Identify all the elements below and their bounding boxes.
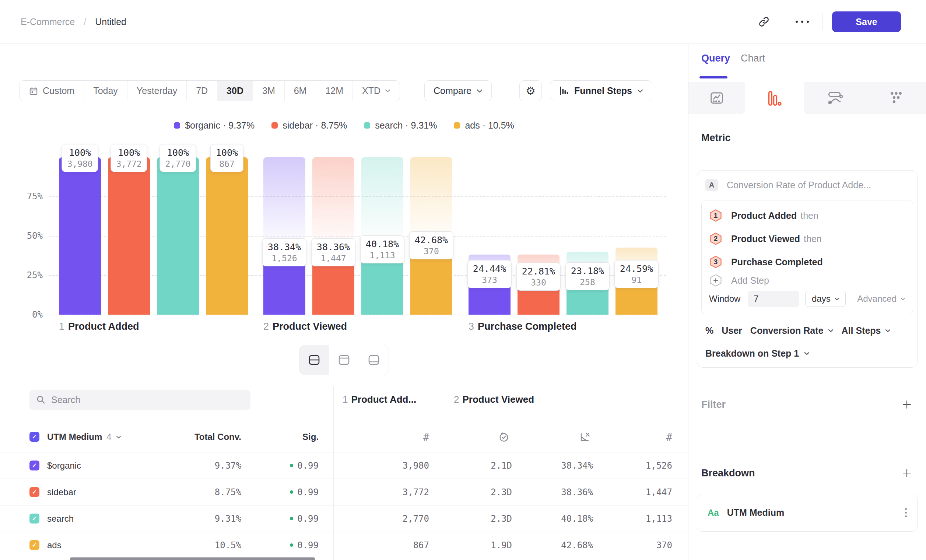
row-significance: 0.99 <box>258 453 319 478</box>
conv-rate-column-icon[interactable] <box>578 422 592 452</box>
bar-count-label: 1,113 <box>366 251 399 260</box>
sig-column-header[interactable]: Sig. <box>280 422 319 452</box>
more-menu-icon[interactable] <box>796 21 809 23</box>
chart-step-label-3: 3Purchase Completed <box>469 321 577 332</box>
breakdown-on-step-select[interactable]: Breakdown on Step 1 <box>705 348 809 359</box>
row-step2-count: 1,113 <box>608 506 672 532</box>
row-total-conv: 10.5% <box>158 532 241 558</box>
step-name: Product Added <box>68 321 139 332</box>
breadcrumb-project[interactable]: E-Commerce <box>21 17 75 27</box>
row-checkbox[interactable]: ✓ <box>29 513 39 524</box>
bar-pct-label: 100% <box>216 147 238 158</box>
step-hexagon-badge: 2 <box>709 232 722 245</box>
breakdown-property-name: UTM Medium <box>727 507 785 518</box>
save-button[interactable]: Save <box>832 11 901 32</box>
layout-toggle-group <box>299 345 389 375</box>
bar-value-label: 22.81%330 <box>516 263 561 291</box>
row-step2-avg-time: 2.1D <box>453 453 512 478</box>
measure-metric-label: Conversion Rate <box>750 325 824 336</box>
metric-ref-badge: A <box>705 179 718 191</box>
measure-entity[interactable]: User <box>722 325 742 336</box>
bar-count-label: 373 <box>473 275 506 285</box>
select-all-checkbox[interactable]: ✓ <box>29 432 39 442</box>
table-header-row: ✓ UTM Medium 4 Total Conv. Sig. # # <box>0 422 688 452</box>
y-axis-tick: 25% <box>10 270 43 280</box>
funnel-bar-sidebar-step1[interactable] <box>108 157 150 315</box>
breakdown-item-menu-icon[interactable] <box>905 508 907 517</box>
flows-chart-tab[interactable] <box>804 82 866 114</box>
bar-value-label: 100%867 <box>210 144 244 172</box>
count-column-icon[interactable]: # <box>407 422 429 452</box>
row-significance: 0.99 <box>258 479 319 505</box>
breadcrumb-separator: / <box>83 17 86 27</box>
funnel-steps-card: 1Product Addedthen2Product Viewedthen3Pu… <box>701 200 913 314</box>
count-column-icon[interactable]: # <box>650 422 672 452</box>
group-step-number: 2 <box>454 394 459 405</box>
add-filter-icon[interactable] <box>902 400 912 410</box>
funnel-chart-tab[interactable] <box>745 82 804 114</box>
funnel-bar-organic-step1[interactable] <box>59 157 101 315</box>
advanced-toggle[interactable]: Advanced <box>857 294 905 304</box>
query-step-3[interactable]: 3Purchase Completed <box>709 253 905 271</box>
insights-chart-tab[interactable] <box>688 82 745 114</box>
row-name: ads <box>47 532 62 558</box>
measure-symbol[interactable]: % <box>705 325 713 336</box>
layout-split-view-button[interactable] <box>300 345 329 375</box>
funnel-bar-search-step1[interactable] <box>157 157 199 315</box>
search-icon <box>36 395 46 404</box>
group-step-number: 1 <box>343 394 348 405</box>
breakdown-section: Breakdown <box>701 465 912 481</box>
table-search-input[interactable]: Search <box>29 390 250 410</box>
bar-count-label: 370 <box>415 247 448 256</box>
table-row-ads: ✓ads10.5%0.998671.9D42.68%370 <box>0 532 688 558</box>
add-breakdown-icon[interactable] <box>902 468 912 478</box>
layout-table-only-button[interactable] <box>359 345 389 375</box>
window-value-input[interactable]: 7 <box>748 291 799 307</box>
window-label: Window <box>709 294 740 304</box>
row-checkbox[interactable]: ✓ <box>29 487 39 497</box>
row-step2-conv-rate: 42.68% <box>527 532 593 558</box>
add-step-button[interactable]: + Add Step <box>709 271 905 289</box>
row-step1-count: 3,772 <box>363 479 429 505</box>
avg-time-column-icon[interactable] <box>496 422 511 452</box>
retention-chart-tab[interactable] <box>866 82 926 114</box>
layout-chart-only-button[interactable] <box>329 345 359 375</box>
window-unit-label: days <box>812 294 831 304</box>
bar-pct-label: 22.81% <box>522 266 555 277</box>
step-event-name: Product Viewedthen <box>731 233 822 244</box>
step-event-name: Purchase Completed <box>731 257 823 268</box>
breadcrumb-report-name[interactable]: Untitled <box>95 17 126 27</box>
flows-icon <box>827 90 843 106</box>
significance-dot-icon <box>290 517 293 520</box>
table-row-search: ✓search9.31%0.992,7702.3D40.18%1,113 <box>0 505 688 532</box>
topbar: E-Commerce / Untitled Save <box>0 0 926 44</box>
query-step-2[interactable]: 2Product Viewedthen <box>709 230 905 248</box>
row-checkbox[interactable]: ✓ <box>29 460 39 471</box>
total-conv-column-header[interactable]: Total Conv. <box>158 422 241 452</box>
y-axis-tick: 75% <box>10 191 43 201</box>
group-step-name: Product Add... <box>351 394 416 405</box>
row-checkbox[interactable]: ✓ <box>29 540 39 550</box>
window-unit-select[interactable]: days <box>805 291 846 307</box>
metric-header-row[interactable]: A Conversion Rate of Product Adde... <box>705 179 871 191</box>
breakdown-column-header[interactable]: UTM Medium 4 <box>47 422 121 452</box>
measure-scope-select[interactable]: All Steps <box>842 325 891 336</box>
row-total-conv: 9.37% <box>158 453 241 478</box>
sig-label: Sig. <box>303 432 319 442</box>
query-step-1[interactable]: 1Product Addedthen <box>709 206 905 225</box>
row-step2-count: 1,447 <box>608 479 672 505</box>
table-group-header-1: 1Product Add... <box>343 394 416 405</box>
breakdown-header-label: UTM Medium <box>47 432 102 442</box>
row-step2-conv-rate: 38.36% <box>527 479 593 505</box>
breakdown-item-card[interactable]: Aa UTM Medium <box>697 494 917 532</box>
y-axis-tick: 0% <box>10 309 43 320</box>
measure-metric-select[interactable]: Conversion Rate <box>750 325 834 336</box>
copy-link-icon[interactable] <box>758 16 770 28</box>
horizontal-scrollbar[interactable] <box>70 557 315 560</box>
funnel-bar-ads-step1[interactable] <box>206 157 248 315</box>
tab-query[interactable]: Query <box>701 53 730 64</box>
row-name: search <box>47 506 74 532</box>
bar-value-label: 24.59%91 <box>614 260 658 288</box>
tab-chart[interactable]: Chart <box>741 53 765 64</box>
significance-dot-icon <box>290 464 293 467</box>
